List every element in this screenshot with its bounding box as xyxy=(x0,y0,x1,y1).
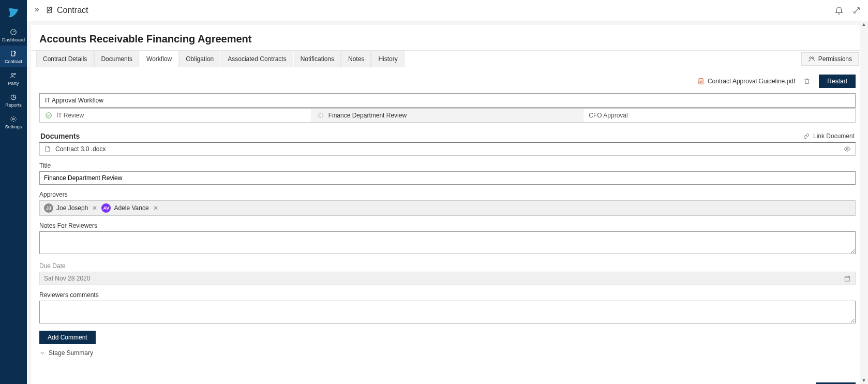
link-document-label: Link Document xyxy=(813,132,855,140)
link-icon xyxy=(803,132,810,140)
document-name: Contract 3.0 .docx xyxy=(55,145,106,153)
workflow-footer-actions: Reject Need More Info Approve xyxy=(31,367,864,384)
restart-button[interactable]: Restart xyxy=(819,75,856,88)
svg-rect-6 xyxy=(47,7,51,13)
calendar-icon xyxy=(844,275,851,282)
check-circle-icon xyxy=(45,112,52,119)
document-row[interactable]: Contract 3.0 .docx xyxy=(39,143,856,156)
due-date-label: Due Date xyxy=(39,262,856,270)
tabs-row: Contract Details Documents Workflow Obli… xyxy=(31,51,864,67)
documents-header-text: Documents xyxy=(40,132,80,140)
sidebar-item-reports[interactable]: Reports xyxy=(0,89,27,111)
document-preview-icon[interactable] xyxy=(844,145,851,153)
sidebar-item-dashboard[interactable]: Dashboard xyxy=(0,24,27,46)
stage-label: CFO Approval xyxy=(589,112,627,119)
workflow-stages: IT Review Finance Department Review CFO … xyxy=(39,108,856,123)
sidebar-item-label: Contract xyxy=(5,59,22,64)
scroll-up-icon[interactable]: ▲ xyxy=(862,21,866,28)
notification-bell-icon[interactable] xyxy=(834,5,844,16)
guideline-file-link[interactable]: Contract Approval Guideline.pdf xyxy=(697,78,795,85)
gear-icon xyxy=(9,115,18,123)
top-bar: Contract xyxy=(27,0,868,21)
document-edit-icon xyxy=(46,6,54,14)
chevron-down-icon xyxy=(39,350,46,356)
tab-notes[interactable]: Notes xyxy=(341,51,371,67)
avatar: AV xyxy=(101,203,111,213)
svg-point-7 xyxy=(810,56,812,58)
remove-chip-icon[interactable]: ✕ xyxy=(153,204,158,212)
approver-chip: AV Adele Vance ✕ xyxy=(101,203,158,213)
stage-finance-review[interactable]: Finance Department Review xyxy=(312,109,584,122)
reviewers-comments-label: Reviewers comments xyxy=(39,291,856,299)
stage-label: IT Review xyxy=(56,112,84,119)
stage-it-review[interactable]: IT Review xyxy=(40,109,312,122)
svg-point-3 xyxy=(14,73,16,75)
document-edit-icon xyxy=(9,50,18,58)
workflow-name-text: IT Approval Workflow xyxy=(45,97,103,104)
tab-documents[interactable]: Documents xyxy=(94,51,139,67)
due-date-input[interactable]: Sat Nov 28 2020 xyxy=(39,272,856,285)
sidebar-item-contract[interactable]: Contract xyxy=(0,46,27,67)
tab-history[interactable]: History xyxy=(371,51,404,67)
sidebar-item-settings[interactable]: Settings xyxy=(0,111,27,132)
stage-summary-toggle[interactable]: Stage Summary xyxy=(39,349,856,357)
title-label: Title xyxy=(39,162,856,169)
approvers-label: Approvers xyxy=(39,191,856,198)
reviewers-comments-input[interactable] xyxy=(39,301,856,323)
record-title: Accounts Receivable Financing Agreement xyxy=(39,33,856,45)
approvers-input[interactable]: JJ Joe Joseph ✕ AV Adele Vance ✕ xyxy=(39,200,856,216)
approver-name: Joe Joseph xyxy=(56,204,88,212)
sidebar-item-label: Party xyxy=(8,81,19,86)
tab-notifications[interactable]: Notifications xyxy=(294,51,341,67)
report-icon xyxy=(9,93,18,101)
svg-point-10 xyxy=(46,113,52,119)
delete-guideline-icon[interactable] xyxy=(802,77,812,86)
approver-name: Adele Vance xyxy=(114,204,148,212)
tab-associated-contracts[interactable]: Associated Contracts xyxy=(221,51,293,67)
stage-label: Finance Department Review xyxy=(328,112,407,119)
link-document-button[interactable]: Link Document xyxy=(803,132,855,140)
scroll-down-icon[interactable]: ▼ xyxy=(862,377,866,384)
guideline-file-name: Contract Approval Guideline.pdf xyxy=(708,78,795,85)
add-comment-button[interactable]: Add Comment xyxy=(39,331,96,344)
file-icon xyxy=(44,145,51,153)
sidebar-item-label: Dashboard xyxy=(2,37,25,42)
expand-icon[interactable] xyxy=(851,5,862,16)
documents-section-header: Documents Link Document xyxy=(39,130,856,143)
sidebar-item-label: Reports xyxy=(5,102,22,108)
app-logo-icon xyxy=(6,6,21,21)
workflow-name-box[interactable]: IT Approval Workflow xyxy=(39,93,856,108)
avatar: JJ xyxy=(44,203,53,213)
svg-rect-12 xyxy=(845,276,849,281)
permissions-icon xyxy=(808,55,815,63)
notes-input[interactable] xyxy=(39,231,856,254)
tab-contract-details[interactable]: Contract Details xyxy=(36,51,94,67)
permissions-label: Permissions xyxy=(818,55,852,63)
svg-point-5 xyxy=(12,118,14,120)
title-input[interactable] xyxy=(39,171,856,185)
remove-chip-icon[interactable]: ✕ xyxy=(92,204,97,212)
gauge-icon xyxy=(9,28,18,36)
svg-point-8 xyxy=(812,56,814,58)
pdf-icon xyxy=(697,78,705,85)
tab-obligation[interactable]: Obligation xyxy=(179,51,220,67)
sidebar-item-party[interactable]: Party xyxy=(0,67,27,89)
breadcrumb-expand-icon[interactable] xyxy=(33,7,40,14)
svg-point-11 xyxy=(846,148,848,150)
approver-chip: JJ Joe Joseph ✕ xyxy=(44,203,97,213)
due-date-value: Sat Nov 28 2020 xyxy=(44,275,90,282)
stage-summary-label: Stage Summary xyxy=(49,349,93,357)
loading-icon xyxy=(317,112,324,119)
stage-cfo-approval[interactable]: CFO Approval xyxy=(583,109,855,122)
left-sidebar: Dashboard Contract Party Reports Setting… xyxy=(0,0,27,384)
permissions-button[interactable]: Permissions xyxy=(801,52,859,66)
sidebar-item-label: Settings xyxy=(5,124,22,129)
tab-workflow[interactable]: Workflow xyxy=(140,51,178,67)
people-icon xyxy=(9,71,18,80)
vertical-scrollbar[interactable]: ▲ ▼ xyxy=(860,21,868,384)
svg-point-2 xyxy=(12,73,14,76)
page-title: Contract xyxy=(57,6,88,15)
notes-label: Notes For Reviewers xyxy=(39,222,856,229)
